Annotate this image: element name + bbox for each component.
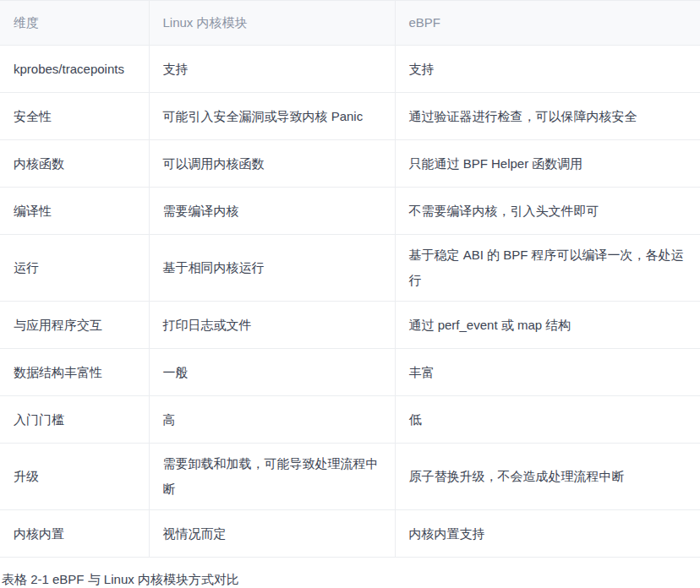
kernel-module-cell: 高 bbox=[149, 396, 395, 444]
table-row: 安全性 可能引入安全漏洞或导致内核 Panic 通过验证器进行检查，可以保障内核… bbox=[0, 93, 700, 140]
table-row: 与应用程序交互 打印日志或文件 通过 perf_event 或 map 结构 bbox=[0, 302, 700, 349]
kernel-module-cell: 需要卸载和加载，可能导致处理流程中断 bbox=[149, 444, 395, 510]
table-row: kprobes/tracepoints 支持 支持 bbox=[0, 46, 700, 93]
ebpf-cell: 丰富 bbox=[395, 349, 700, 396]
kernel-module-cell: 打印日志或文件 bbox=[149, 302, 395, 349]
kernel-module-cell: 视情况而定 bbox=[149, 510, 395, 558]
table-row: 内核内置 视情况而定 内核内置支持 bbox=[0, 510, 700, 558]
comparison-table: 维度 Linux 内核模块 eBPF kprobes/tracepoints 支… bbox=[0, 0, 700, 558]
column-header-ebpf: eBPF bbox=[395, 1, 700, 46]
row-label-cell: 与应用程序交互 bbox=[0, 302, 149, 349]
ebpf-cell: 只能通过 BPF Helper 函数调用 bbox=[395, 140, 700, 188]
row-label-cell: kprobes/tracepoints bbox=[0, 46, 149, 93]
column-header-dimension: 维度 bbox=[0, 1, 149, 46]
row-label-cell: 运行 bbox=[0, 235, 149, 302]
table-row: 内核函数 可以调用内核函数 只能通过 BPF Helper 函数调用 bbox=[0, 140, 700, 188]
row-label-cell: 内核函数 bbox=[0, 140, 149, 188]
row-label-cell: 入门门槛 bbox=[0, 396, 149, 444]
ebpf-cell: 不需要编译内核，引入头文件即可 bbox=[395, 188, 700, 235]
table-header-row: 维度 Linux 内核模块 eBPF bbox=[0, 1, 700, 46]
table-body: kprobes/tracepoints 支持 支持 安全性 可能引入安全漏洞或导… bbox=[0, 46, 700, 558]
ebpf-cell: 内核内置支持 bbox=[395, 510, 700, 558]
kernel-module-cell: 可能引入安全漏洞或导致内核 Panic bbox=[149, 93, 395, 140]
kernel-module-cell: 支持 bbox=[149, 46, 395, 93]
table-head: 维度 Linux 内核模块 eBPF bbox=[0, 1, 700, 46]
row-label-cell: 升级 bbox=[0, 444, 149, 510]
row-label-cell: 内核内置 bbox=[0, 510, 149, 558]
row-label-cell: 安全性 bbox=[0, 93, 149, 140]
column-header-kernel-module: Linux 内核模块 bbox=[149, 1, 395, 46]
ebpf-cell: 通过验证器进行检查，可以保障内核安全 bbox=[395, 93, 700, 140]
ebpf-cell: 原子替换升级，不会造成处理流程中断 bbox=[395, 444, 700, 510]
row-label-cell: 编译性 bbox=[0, 188, 149, 235]
table-row: 数据结构丰富性 一般 丰富 bbox=[0, 349, 700, 396]
table-row: 入门门槛 高 低 bbox=[0, 396, 700, 444]
table-caption: 表格 2-1 eBPF 与 Linux 内核模块方式对比 bbox=[0, 571, 700, 588]
document-page: 维度 Linux 内核模块 eBPF kprobes/tracepoints 支… bbox=[0, 0, 700, 588]
ebpf-cell: 支持 bbox=[395, 46, 700, 93]
ebpf-cell: 低 bbox=[395, 396, 700, 444]
kernel-module-cell: 可以调用内核函数 bbox=[149, 140, 395, 188]
kernel-module-cell: 基于相同内核运行 bbox=[149, 235, 395, 302]
table-row: 运行 基于相同内核运行 基于稳定 ABI 的 BPF 程序可以编译一次，各处运行 bbox=[0, 235, 700, 302]
kernel-module-cell: 一般 bbox=[149, 349, 395, 396]
table-row: 升级 需要卸载和加载，可能导致处理流程中断 原子替换升级，不会造成处理流程中断 bbox=[0, 444, 700, 510]
ebpf-cell: 基于稳定 ABI 的 BPF 程序可以编译一次，各处运行 bbox=[395, 235, 700, 302]
row-label-cell: 数据结构丰富性 bbox=[0, 349, 149, 396]
table-row: 编译性 需要编译内核 不需要编译内核，引入头文件即可 bbox=[0, 188, 700, 235]
kernel-module-cell: 需要编译内核 bbox=[149, 188, 395, 235]
ebpf-cell: 通过 perf_event 或 map 结构 bbox=[395, 302, 700, 349]
